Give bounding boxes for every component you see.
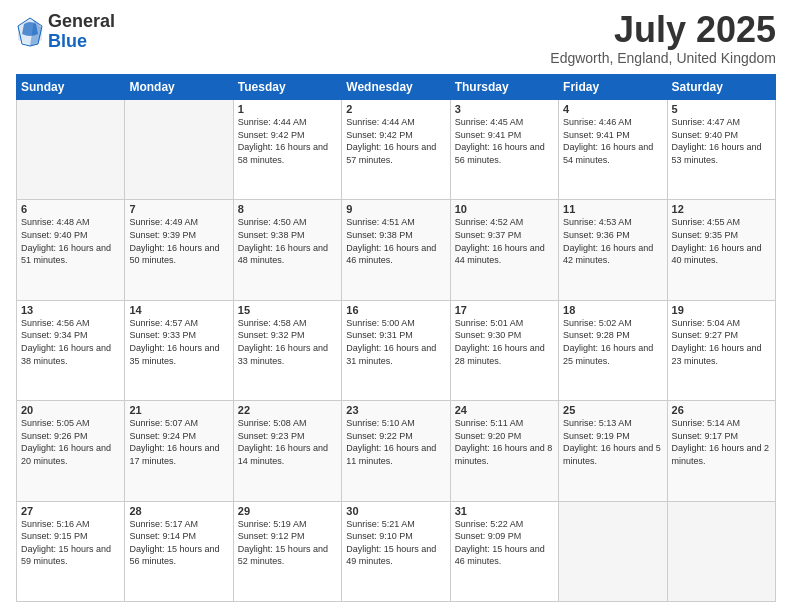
day-number: 2 (346, 103, 445, 115)
day-number: 18 (563, 304, 662, 316)
day-info: Sunrise: 4:49 AM Sunset: 9:39 PM Dayligh… (129, 216, 228, 266)
calendar-cell: 27Sunrise: 5:16 AM Sunset: 9:15 PM Dayli… (17, 501, 125, 601)
day-number: 10 (455, 203, 554, 215)
calendar-cell: 13Sunrise: 4:56 AM Sunset: 9:34 PM Dayli… (17, 300, 125, 400)
day-info: Sunrise: 5:14 AM Sunset: 9:17 PM Dayligh… (672, 417, 771, 467)
day-info: Sunrise: 5:07 AM Sunset: 9:24 PM Dayligh… (129, 417, 228, 467)
day-info: Sunrise: 5:21 AM Sunset: 9:10 PM Dayligh… (346, 518, 445, 568)
calendar-cell (559, 501, 667, 601)
calendar-cell: 16Sunrise: 5:00 AM Sunset: 9:31 PM Dayli… (342, 300, 450, 400)
logo-text: General Blue (48, 12, 115, 52)
day-number: 30 (346, 505, 445, 517)
calendar-cell: 24Sunrise: 5:11 AM Sunset: 9:20 PM Dayli… (450, 401, 558, 501)
title-block: July 2025 Edgworth, England, United King… (550, 12, 776, 66)
calendar-cell: 14Sunrise: 4:57 AM Sunset: 9:33 PM Dayli… (125, 300, 233, 400)
day-info: Sunrise: 5:01 AM Sunset: 9:30 PM Dayligh… (455, 317, 554, 367)
day-info: Sunrise: 4:58 AM Sunset: 9:32 PM Dayligh… (238, 317, 337, 367)
calendar-cell: 8Sunrise: 4:50 AM Sunset: 9:38 PM Daylig… (233, 200, 341, 300)
calendar-cell: 26Sunrise: 5:14 AM Sunset: 9:17 PM Dayli… (667, 401, 775, 501)
page: General Blue July 2025 Edgworth, England… (0, 0, 792, 612)
day-header-sunday: Sunday (17, 75, 125, 100)
day-info: Sunrise: 5:02 AM Sunset: 9:28 PM Dayligh… (563, 317, 662, 367)
logo-icon (16, 16, 44, 48)
calendar-cell: 12Sunrise: 4:55 AM Sunset: 9:35 PM Dayli… (667, 200, 775, 300)
day-info: Sunrise: 5:19 AM Sunset: 9:12 PM Dayligh… (238, 518, 337, 568)
calendar-cell: 2Sunrise: 4:44 AM Sunset: 9:42 PM Daylig… (342, 100, 450, 200)
day-number: 24 (455, 404, 554, 416)
calendar-cell: 6Sunrise: 4:48 AM Sunset: 9:40 PM Daylig… (17, 200, 125, 300)
day-info: Sunrise: 5:13 AM Sunset: 9:19 PM Dayligh… (563, 417, 662, 467)
calendar-cell: 9Sunrise: 4:51 AM Sunset: 9:38 PM Daylig… (342, 200, 450, 300)
day-info: Sunrise: 4:45 AM Sunset: 9:41 PM Dayligh… (455, 116, 554, 166)
day-number: 29 (238, 505, 337, 517)
day-info: Sunrise: 5:22 AM Sunset: 9:09 PM Dayligh… (455, 518, 554, 568)
calendar-week-4: 20Sunrise: 5:05 AM Sunset: 9:26 PM Dayli… (17, 401, 776, 501)
calendar-body: 1Sunrise: 4:44 AM Sunset: 9:42 PM Daylig… (17, 100, 776, 602)
day-info: Sunrise: 5:11 AM Sunset: 9:20 PM Dayligh… (455, 417, 554, 467)
day-number: 19 (672, 304, 771, 316)
day-number: 15 (238, 304, 337, 316)
day-info: Sunrise: 5:04 AM Sunset: 9:27 PM Dayligh… (672, 317, 771, 367)
day-header-wednesday: Wednesday (342, 75, 450, 100)
day-info: Sunrise: 5:08 AM Sunset: 9:23 PM Dayligh… (238, 417, 337, 467)
day-info: Sunrise: 4:50 AM Sunset: 9:38 PM Dayligh… (238, 216, 337, 266)
day-number: 13 (21, 304, 120, 316)
day-number: 6 (21, 203, 120, 215)
day-info: Sunrise: 4:56 AM Sunset: 9:34 PM Dayligh… (21, 317, 120, 367)
day-number: 28 (129, 505, 228, 517)
calendar-cell: 19Sunrise: 5:04 AM Sunset: 9:27 PM Dayli… (667, 300, 775, 400)
calendar-cell (17, 100, 125, 200)
day-number: 22 (238, 404, 337, 416)
day-info: Sunrise: 4:51 AM Sunset: 9:38 PM Dayligh… (346, 216, 445, 266)
calendar-cell (667, 501, 775, 601)
calendar-cell: 25Sunrise: 5:13 AM Sunset: 9:19 PM Dayli… (559, 401, 667, 501)
day-number: 3 (455, 103, 554, 115)
calendar-cell: 15Sunrise: 4:58 AM Sunset: 9:32 PM Dayli… (233, 300, 341, 400)
day-number: 9 (346, 203, 445, 215)
day-header-thursday: Thursday (450, 75, 558, 100)
calendar-cell: 1Sunrise: 4:44 AM Sunset: 9:42 PM Daylig… (233, 100, 341, 200)
day-info: Sunrise: 4:44 AM Sunset: 9:42 PM Dayligh… (238, 116, 337, 166)
calendar-cell: 28Sunrise: 5:17 AM Sunset: 9:14 PM Dayli… (125, 501, 233, 601)
day-number: 16 (346, 304, 445, 316)
day-number: 8 (238, 203, 337, 215)
main-title: July 2025 (550, 12, 776, 48)
logo-line2: Blue (48, 32, 115, 52)
day-number: 12 (672, 203, 771, 215)
day-header-friday: Friday (559, 75, 667, 100)
day-number: 1 (238, 103, 337, 115)
day-header-tuesday: Tuesday (233, 75, 341, 100)
day-info: Sunrise: 4:53 AM Sunset: 9:36 PM Dayligh… (563, 216, 662, 266)
calendar-week-1: 1Sunrise: 4:44 AM Sunset: 9:42 PM Daylig… (17, 100, 776, 200)
day-info: Sunrise: 5:16 AM Sunset: 9:15 PM Dayligh… (21, 518, 120, 568)
calendar-week-5: 27Sunrise: 5:16 AM Sunset: 9:15 PM Dayli… (17, 501, 776, 601)
day-info: Sunrise: 4:52 AM Sunset: 9:37 PM Dayligh… (455, 216, 554, 266)
calendar-cell: 18Sunrise: 5:02 AM Sunset: 9:28 PM Dayli… (559, 300, 667, 400)
calendar-cell: 29Sunrise: 5:19 AM Sunset: 9:12 PM Dayli… (233, 501, 341, 601)
calendar-cell: 10Sunrise: 4:52 AM Sunset: 9:37 PM Dayli… (450, 200, 558, 300)
calendar-cell: 21Sunrise: 5:07 AM Sunset: 9:24 PM Dayli… (125, 401, 233, 501)
day-number: 26 (672, 404, 771, 416)
day-number: 31 (455, 505, 554, 517)
day-info: Sunrise: 4:57 AM Sunset: 9:33 PM Dayligh… (129, 317, 228, 367)
day-number: 21 (129, 404, 228, 416)
calendar-cell: 4Sunrise: 4:46 AM Sunset: 9:41 PM Daylig… (559, 100, 667, 200)
day-header-monday: Monday (125, 75, 233, 100)
day-info: Sunrise: 5:05 AM Sunset: 9:26 PM Dayligh… (21, 417, 120, 467)
calendar-cell: 11Sunrise: 4:53 AM Sunset: 9:36 PM Dayli… (559, 200, 667, 300)
calendar-cell: 7Sunrise: 4:49 AM Sunset: 9:39 PM Daylig… (125, 200, 233, 300)
day-info: Sunrise: 5:17 AM Sunset: 9:14 PM Dayligh… (129, 518, 228, 568)
day-number: 17 (455, 304, 554, 316)
day-header-saturday: Saturday (667, 75, 775, 100)
calendar-cell: 5Sunrise: 4:47 AM Sunset: 9:40 PM Daylig… (667, 100, 775, 200)
day-info: Sunrise: 4:46 AM Sunset: 9:41 PM Dayligh… (563, 116, 662, 166)
calendar-cell (125, 100, 233, 200)
subtitle: Edgworth, England, United Kingdom (550, 50, 776, 66)
header: General Blue July 2025 Edgworth, England… (16, 12, 776, 66)
day-number: 27 (21, 505, 120, 517)
day-number: 20 (21, 404, 120, 416)
day-info: Sunrise: 4:48 AM Sunset: 9:40 PM Dayligh… (21, 216, 120, 266)
calendar-cell: 3Sunrise: 4:45 AM Sunset: 9:41 PM Daylig… (450, 100, 558, 200)
day-number: 7 (129, 203, 228, 215)
day-info: Sunrise: 4:47 AM Sunset: 9:40 PM Dayligh… (672, 116, 771, 166)
